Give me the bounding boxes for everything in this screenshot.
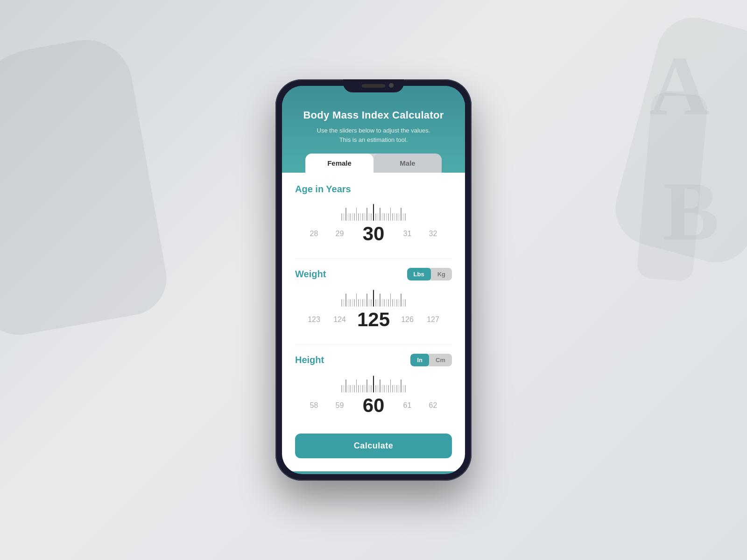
height-unit-toggle[interactable]: In Cm <box>410 354 452 366</box>
notch <box>343 79 404 92</box>
height-near-right: 61 <box>395 401 420 410</box>
height-numbers: 58 59 60 61 62 <box>295 394 452 417</box>
age-near-right: 31 <box>395 230 420 238</box>
content-card: Age in Years <box>282 173 465 471</box>
age-far-left: 28 <box>301 230 327 238</box>
height-near-left: 59 <box>327 401 352 410</box>
weight-label: Weight <box>295 269 326 280</box>
age-ruler-track <box>295 202 452 221</box>
height-far-right: 62 <box>420 401 446 410</box>
weight-far-right: 127 <box>420 315 446 324</box>
weight-center-value: 125 <box>352 308 395 331</box>
height-in-button[interactable]: In <box>410 354 429 366</box>
tabs-container: Female Male <box>305 154 442 173</box>
height-cm-button[interactable]: Cm <box>429 354 452 366</box>
app-subtitle: Use the sliders below to adjust the valu… <box>296 126 451 144</box>
tab-male[interactable]: Male <box>374 154 442 173</box>
height-center-value: 60 <box>352 394 395 417</box>
screen-header: Body Mass Index Calculator Use the slide… <box>282 86 465 173</box>
height-ruler[interactable] <box>295 374 452 392</box>
weight-kg-button[interactable]: Kg <box>431 268 452 280</box>
height-section-header: Height In Cm <box>295 354 452 366</box>
age-section: Age in Years <box>295 184 452 245</box>
age-center-tick <box>373 204 374 221</box>
phone-screen: Body Mass Index Calculator Use the slide… <box>282 86 465 474</box>
weight-center-tick <box>373 290 374 307</box>
age-label: Age in Years <box>295 184 351 195</box>
height-far-left: 58 <box>301 401 327 410</box>
height-ruler-track <box>295 374 452 392</box>
weight-section-header: Weight Lbs Kg <box>295 268 452 280</box>
height-center-tick <box>373 376 374 392</box>
age-numbers: 28 29 30 31 32 <box>295 223 452 245</box>
weight-section: Weight Lbs Kg <box>295 268 452 331</box>
weight-far-left: 123 <box>301 315 327 324</box>
weight-near-right: 126 <box>395 315 420 324</box>
age-center-value: 30 <box>352 223 395 245</box>
weight-unit-toggle[interactable]: Lbs Kg <box>407 268 452 280</box>
calculate-button[interactable]: Calculate <box>295 434 452 458</box>
age-near-left: 29 <box>327 230 352 238</box>
weight-near-left: 124 <box>327 315 352 324</box>
weight-lbs-button[interactable]: Lbs <box>407 268 431 280</box>
divider-2 <box>295 344 452 344</box>
height-section: Height In Cm <box>295 354 452 417</box>
age-far-right: 32 <box>420 230 446 238</box>
divider-1 <box>295 258 452 259</box>
phone-frame: Body Mass Index Calculator Use the slide… <box>275 79 472 481</box>
bg-shape-left <box>0 33 172 341</box>
app-title: Body Mass Index Calculator <box>296 109 451 121</box>
bg-letter-a: A <box>649 37 710 134</box>
age-ruler[interactable] <box>295 202 452 221</box>
age-section-header: Age in Years <box>295 184 452 195</box>
height-label: Height <box>295 355 324 365</box>
bg-letter-b: B <box>663 163 719 260</box>
weight-ruler[interactable] <box>295 288 452 307</box>
weight-ruler-track <box>295 288 452 307</box>
weight-numbers: 123 124 125 126 127 <box>295 308 452 331</box>
tab-female[interactable]: Female <box>305 154 374 173</box>
